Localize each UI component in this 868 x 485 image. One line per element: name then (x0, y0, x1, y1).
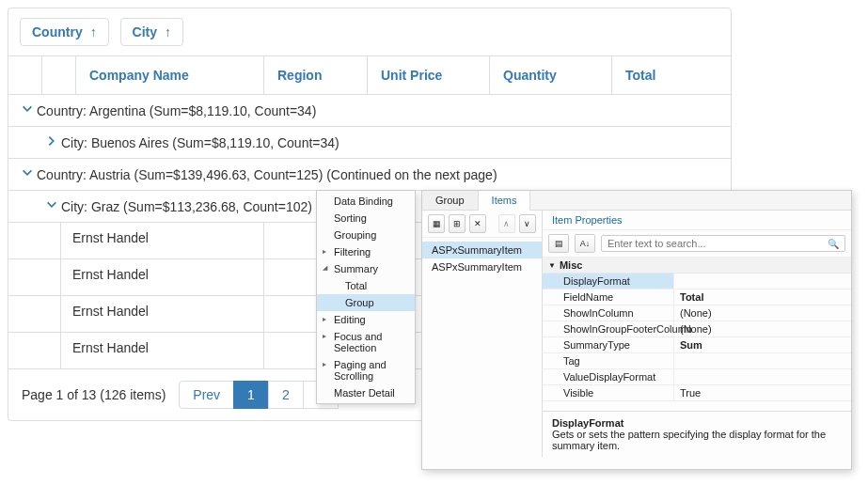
group-chip-country[interactable]: Country ↑ (20, 18, 109, 46)
column-header-row: Company Name Region Unit Price Quantity … (8, 56, 731, 95)
header-expand-col2 (42, 56, 76, 94)
ctx-item-focus-and-selection[interactable]: Focus and Selection (317, 328, 415, 356)
summary-item-list: ASPxSummaryItemASPxSummaryItem (422, 238, 542, 279)
prop-search[interactable]: 🔍 (601, 235, 845, 252)
context-menu: Data BindingSortingGroupingFilteringSumm… (316, 190, 416, 404)
prop-name: ShowInColumn (543, 305, 674, 321)
ctx-item-total[interactable]: Total (317, 277, 415, 294)
alphabetical-icon[interactable]: A↓ (575, 234, 595, 253)
prop-value[interactable]: True (674, 385, 851, 400)
prop-value[interactable]: (None) (674, 305, 851, 321)
header-expand-col (8, 56, 42, 94)
group-chip-city[interactable]: City ↑ (120, 18, 183, 46)
pager-summary: Page 1 of 13 (126 items) (22, 387, 166, 402)
prop-left-pane: ▦ ⊞ ✕ ∧ ∨ ASPxSummaryItemASPxSummaryItem (422, 211, 543, 457)
ctx-item-master-detail[interactable]: Master Detail (317, 384, 415, 401)
ctx-item-paging-and-scrolling[interactable]: Paging and Scrolling (317, 356, 415, 384)
header-unit-price[interactable]: Unit Price (368, 56, 490, 94)
prop-value[interactable] (674, 369, 851, 384)
prop-name: SummaryType (543, 337, 674, 352)
group-row[interactable]: City: Buenos Aires (Sum=$8,119.10, Count… (8, 127, 731, 159)
group-row[interactable]: Country: Argentina (Sum=$8,119.10, Count… (8, 95, 731, 127)
row-indent (8, 223, 61, 258)
insert-item-icon[interactable]: ⊞ (449, 214, 466, 233)
prop-value[interactable]: Sum (674, 337, 851, 352)
sort-asc-icon: ↑ (90, 24, 97, 39)
prop-value[interactable] (674, 274, 851, 289)
prop-row-displayformat[interactable]: DisplayFormat (543, 274, 851, 289)
prop-row-tag[interactable]: Tag (543, 353, 851, 369)
group-row[interactable]: Country: Austria (Sum=$139,496.63, Count… (8, 159, 731, 191)
chevron-down-icon[interactable] (18, 102, 37, 118)
pager-buttons: Prev 1 2 3 (179, 381, 338, 409)
group-chip-label: Country (32, 24, 83, 39)
properties-panel: Group Items ▦ ⊞ ✕ ∧ ∨ ASPxSummaryItemASP… (421, 190, 852, 470)
chevron-right-icon[interactable] (42, 134, 61, 150)
ctx-item-grouping[interactable]: Grouping (317, 227, 415, 243)
ctx-item-summary[interactable]: Summary (317, 260, 415, 277)
tab-items[interactable]: Items (479, 191, 531, 211)
prop-row-summarytype[interactable]: SummaryTypeSum (543, 337, 851, 353)
prop-row-visible[interactable]: VisibleTrue (543, 385, 851, 401)
prop-row-fieldname[interactable]: FieldNameTotal (543, 289, 851, 305)
prop-tabs: Group Items (422, 191, 851, 211)
prop-left-toolbar: ▦ ⊞ ✕ ∧ ∨ (422, 211, 542, 238)
prop-name: Visible (543, 385, 674, 400)
prop-name: FieldName (543, 289, 674, 305)
sort-asc-icon: ↑ (165, 24, 171, 39)
ctx-item-filtering[interactable]: Filtering (317, 243, 415, 260)
tab-group[interactable]: Group (422, 191, 479, 210)
row-indent (8, 259, 61, 295)
prop-name: ShowInGroupFooterColumn (543, 321, 674, 336)
move-down-icon[interactable]: ∨ (519, 214, 536, 233)
cell-company: Ernst Handel (61, 259, 264, 295)
prop-row-showincolumn[interactable]: ShowInColumn(None) (543, 305, 851, 321)
prop-right-pane: Item Properties ▤ A↓ 🔍 ▼ Misc DisplayFor… (543, 211, 851, 457)
ctx-item-editing[interactable]: Editing (317, 311, 415, 328)
group-chip-label: City (133, 24, 157, 39)
group-panel: Country ↑ City ↑ (8, 8, 731, 56)
prop-value[interactable]: Total (674, 289, 851, 305)
prop-category-misc[interactable]: ▼ Misc (543, 258, 851, 274)
categorized-icon[interactable]: ▤ (548, 234, 569, 253)
ctx-item-sorting[interactable]: Sorting (317, 210, 415, 227)
prop-search-input[interactable] (608, 238, 828, 249)
chevron-down-icon[interactable] (18, 166, 37, 182)
header-company[interactable]: Company Name (76, 56, 264, 94)
pager-page-1[interactable]: 1 (233, 381, 269, 409)
prop-row-showingroupfootercolumn[interactable]: ShowInGroupFooterColumn(None) (543, 321, 851, 337)
move-up-icon[interactable]: ∧ (498, 214, 515, 233)
header-quantity[interactable]: Quantity (490, 56, 612, 94)
cell-company: Ernst Handel (61, 223, 264, 258)
prop-name: ValueDisplayFormat (543, 369, 674, 384)
ctx-item-group[interactable]: Group (317, 294, 415, 311)
group-row-text: Country: Austria (Sum=$139,496.63, Count… (37, 167, 497, 182)
prop-category-label: Misc (560, 259, 582, 271)
add-item-icon[interactable]: ▦ (428, 214, 445, 233)
summary-list-item[interactable]: ASPxSummaryItem (422, 258, 542, 275)
ctx-item-data-binding[interactable]: Data Binding (317, 193, 415, 210)
prop-value[interactable]: (None) (674, 321, 851, 336)
header-region[interactable]: Region (264, 56, 368, 94)
prop-row-valuedisplayformat[interactable]: ValueDisplayFormat (543, 369, 851, 385)
prop-name: Tag (543, 353, 674, 368)
prop-value[interactable] (674, 353, 851, 368)
remove-item-icon[interactable]: ✕ (469, 214, 486, 233)
header-total[interactable]: Total (612, 56, 731, 94)
prop-right-header: Item Properties (543, 211, 851, 230)
cell-company: Ernst Handel (61, 333, 264, 368)
pager-page-2[interactable]: 2 (268, 381, 304, 409)
row-indent (8, 333, 61, 368)
prop-desc-text: Gets or sets the pattern specifying the … (552, 429, 842, 451)
property-grid: ▼ Misc DisplayFormatFieldNameTotalShowIn… (543, 258, 851, 411)
prop-name: DisplayFormat (543, 274, 674, 289)
pager-prev[interactable]: Prev (179, 381, 234, 409)
prop-desc-title: DisplayFormat (552, 417, 842, 429)
group-row-text: Country: Argentina (Sum=$8,119.10, Count… (37, 103, 316, 118)
prop-description: DisplayFormat Gets or sets the pattern s… (543, 411, 851, 457)
group-row-text: City: Buenos Aires (Sum=$8,119.10, Count… (61, 135, 339, 150)
chevron-down-icon[interactable] (42, 198, 61, 214)
summary-list-item[interactable]: ASPxSummaryItem (422, 242, 542, 258)
row-indent (8, 296, 61, 332)
group-row-text: City: Graz (Sum=$113,236.68, Count=102) (61, 199, 312, 214)
